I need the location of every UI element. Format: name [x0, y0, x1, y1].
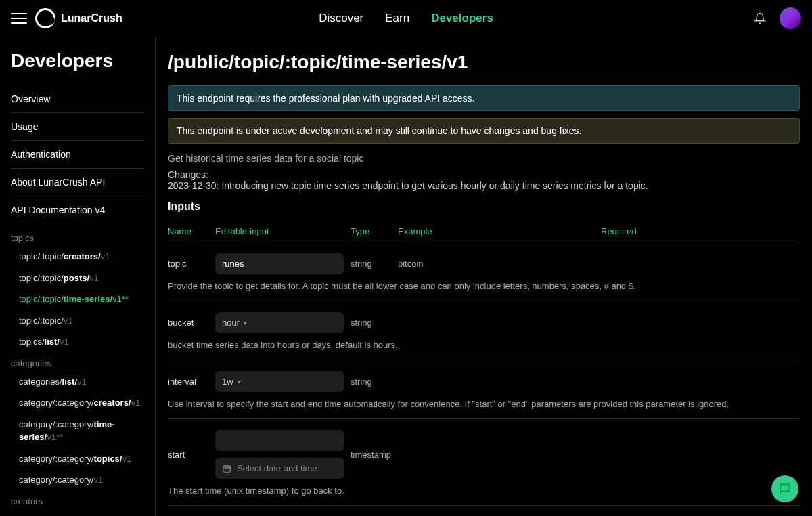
- row-topic: topic string bitcoin: [168, 242, 800, 278]
- topic-input[interactable]: [215, 253, 344, 274]
- row-interval: interval 1w ▾ string: [168, 360, 800, 396]
- help-topic: Provide the topic to get details for. A …: [168, 278, 800, 301]
- param-type-bucket: string: [351, 318, 398, 328]
- group-topics-label: topics: [11, 233, 144, 243]
- start-date-picker[interactable]: Select date and time: [215, 458, 344, 479]
- user-avatar[interactable]: [780, 7, 801, 29]
- start-input[interactable]: [215, 430, 344, 451]
- brand-name: LunarCrush: [61, 12, 122, 24]
- th-input: Editable-input: [215, 226, 351, 236]
- changes-entry: 2023-12-30: Introducing new topic time s…: [168, 180, 800, 191]
- chevron-down-icon: ▾: [238, 378, 241, 385]
- link-topics-list[interactable]: topics/list/v1: [11, 331, 144, 353]
- sidebar-usage[interactable]: Usage: [11, 113, 144, 141]
- row-start: start Select date and time timestamp: [168, 419, 800, 483]
- nav-developers[interactable]: Developers: [431, 12, 493, 25]
- row-end: end Select date and time timestamp: [168, 506, 800, 516]
- help-bucket: bucket time series data into hours or da…: [168, 337, 800, 360]
- param-name-topic: topic: [168, 259, 215, 269]
- th-type: Type: [351, 226, 398, 236]
- help-fab[interactable]: [771, 475, 798, 502]
- sidebar-overview[interactable]: Overview: [11, 85, 144, 113]
- link-category-topics[interactable]: category/:category/topics/v1: [11, 448, 144, 470]
- th-required: Required: [601, 226, 800, 236]
- param-type-interval: string: [351, 377, 398, 387]
- param-type-start: timestamp: [351, 450, 398, 460]
- link-topic-creators[interactable]: topic/:topic/creators/v1: [11, 246, 144, 267]
- chat-icon: [778, 482, 792, 496]
- param-name-start: start: [168, 450, 215, 460]
- plan-banner: This endpoint requires the professional …: [168, 85, 800, 111]
- calendar-icon: [222, 464, 231, 473]
- brand-logo[interactable]: LunarCrush: [35, 8, 122, 28]
- inputs-heading: Inputs: [168, 200, 800, 213]
- changes-label: Changes:: [168, 169, 800, 180]
- link-creator-posts[interactable]: creator/:network/:id/posts/v1: [11, 509, 144, 517]
- svg-rect-0: [223, 465, 231, 471]
- group-creators-label: creators: [11, 496, 144, 507]
- group-categories-label: categories: [11, 358, 144, 368]
- interval-select[interactable]: 1w ▾: [215, 371, 344, 392]
- sidebar-authentication[interactable]: Authentication: [11, 141, 144, 169]
- endpoint-description: Get historical time series data for a so…: [168, 153, 800, 164]
- link-category-creators[interactable]: category/:category/creators/v1: [11, 392, 144, 414]
- main-content: /public/topic/:topic/time-series/v1 This…: [156, 37, 812, 516]
- logo-mark-icon: [35, 8, 55, 28]
- dev-banner: This endpoint is under active developmen…: [168, 118, 800, 144]
- link-topic-base[interactable]: topic/:topic/v1: [11, 310, 144, 332]
- sidebar-title: Developers: [11, 50, 144, 72]
- link-categories-list[interactable]: categories/list/v1: [11, 371, 144, 393]
- link-category-timeseries[interactable]: category/:category/time-series/v1**: [11, 414, 144, 448]
- nav-discover[interactable]: Discover: [319, 12, 363, 25]
- nav-earn[interactable]: Earn: [385, 12, 409, 25]
- link-topic-posts[interactable]: topic/:topic/posts/v1: [11, 267, 144, 289]
- help-interval: Use interval to specify the start and en…: [168, 396, 800, 419]
- th-example: Example: [398, 226, 601, 236]
- param-name-bucket: bucket: [168, 318, 215, 328]
- param-example-topic: bitcoin: [398, 259, 601, 269]
- param-type-topic: string: [351, 259, 398, 269]
- notifications-icon[interactable]: [754, 12, 766, 24]
- th-name: Name: [168, 226, 215, 236]
- link-topic-timeseries[interactable]: topic/:topic/time-series/v1**: [11, 288, 144, 310]
- param-name-interval: interval: [168, 377, 215, 387]
- sidebar-about[interactable]: About LunarCrush API: [11, 169, 144, 196]
- inputs-header-row: Name Editable-input Type Example Require…: [168, 221, 800, 242]
- sidebar-docs[interactable]: API Documentation v4: [11, 196, 144, 223]
- chevron-down-icon: ▾: [244, 319, 247, 326]
- bucket-select[interactable]: hour ▾: [215, 312, 344, 333]
- sidebar: Developers Overview Usage Authentication…: [0, 37, 156, 516]
- row-bucket: bucket hour ▾ string: [168, 301, 800, 337]
- page-title: /public/topic/:topic/time-series/v1: [168, 51, 800, 73]
- link-category-base[interactable]: category/:category/v1: [11, 469, 144, 491]
- menu-icon[interactable]: [11, 10, 27, 26]
- help-start: The start time (unix timestamp) to go ba…: [168, 483, 800, 506]
